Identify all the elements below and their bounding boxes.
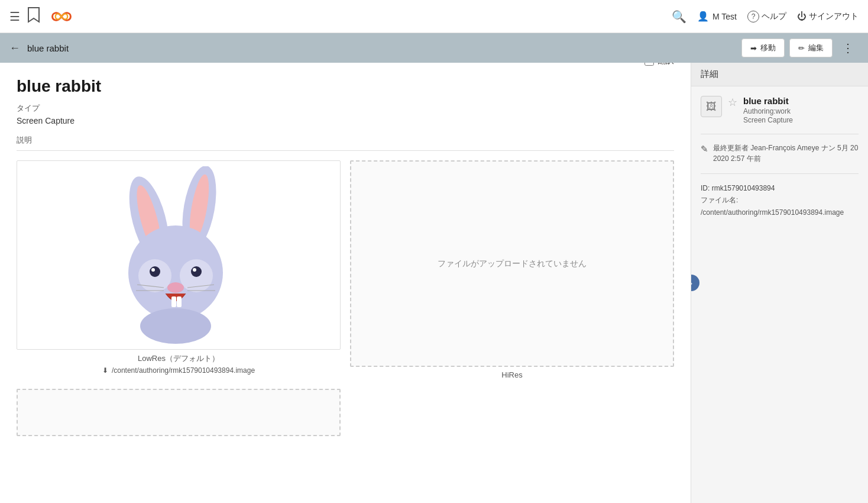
move-button[interactable]: ➡ 移動 — [741, 38, 785, 57]
svg-point-7 — [150, 266, 160, 277]
no-file-message: ファイルがアップロードされていません — [438, 256, 587, 271]
bookmark-icon[interactable] — [27, 7, 40, 26]
sidebar-item-sub1: Authoring:work — [743, 107, 859, 115]
sidebar-divider — [701, 134, 859, 134]
sidebar-item-title: blue rabbit — [743, 96, 859, 106]
search-icon[interactable]: 🔍 — [672, 9, 686, 24]
sidebar-divider-2 — [701, 173, 859, 174]
edit-pencil-icon: ✎ — [701, 144, 708, 154]
svg-point-10 — [193, 268, 196, 272]
svg-rect-12 — [171, 296, 176, 307]
sub-header: ← blue rabbit ➡ 移動 ✏ 編集 ⋮ — [0, 33, 868, 63]
download-icon: ⬇ — [102, 366, 108, 375]
user-icon: 👤 — [697, 11, 709, 22]
main-layout: blue rabbit 翻訳 タイプ Screen Capture 説明 — [0, 63, 868, 503]
hamburger-menu-icon[interactable]: ☰ — [9, 9, 20, 24]
meta-id: ID: rmk1579010493894 — [701, 182, 859, 194]
signout-label: サインアウト — [809, 11, 859, 22]
type-field-label: タイプ — [17, 103, 674, 114]
sidebar-thumbnail: 🖼 — [701, 96, 722, 117]
page-breadcrumb-title: blue rabbit — [27, 43, 734, 53]
more-options-button[interactable]: ⋮ — [837, 38, 859, 57]
sidebar-title-block: blue rabbit Authoring:work Screen Captur… — [743, 96, 859, 124]
svg-rect-13 — [177, 296, 182, 307]
top-navigation: ☰ 🔍 👤 M Test ? ヘルプ ⏻ サインアウト — [0, 0, 868, 33]
sidebar-update-row: ✎ 最終更新者 Jean-François Ameye ナン 5月 20 202… — [701, 143, 859, 164]
description-divider — [17, 150, 674, 151]
sidebar-meta: ID: rmk1579010493894 ファイル名: /content/aut… — [701, 182, 859, 218]
details-sidebar: › 詳細 🖼 ☆ blue rabbit Authoring:work Scre… — [691, 63, 868, 503]
lowres-image-card — [17, 160, 341, 350]
help-circle-icon: ? — [747, 11, 759, 22]
meta-filename: ファイル名: /content/authoring/rmk15790104938… — [701, 194, 859, 218]
help-label: ヘルプ — [762, 11, 786, 22]
user-menu[interactable]: 👤 M Test — [697, 11, 737, 22]
bunny-illustration — [96, 166, 261, 344]
translate-label: 翻訳 — [658, 63, 674, 66]
edit-button[interactable]: ✏ 編集 — [789, 38, 833, 57]
user-name: M Test — [712, 12, 737, 21]
sidebar-item-sub2: Screen Capture — [743, 116, 859, 124]
description-label: 説明 — [17, 135, 674, 146]
hires-caption: HiRes — [350, 370, 674, 379]
svg-point-11 — [167, 282, 184, 293]
sidebar-content: 🖼 ☆ blue rabbit Authoring:work Screen Ca… — [691, 86, 868, 228]
download-path: /content/authoring/rmk1579010493894.imag… — [112, 366, 255, 375]
download-link[interactable]: ⬇ /content/authoring/rmk1579010493894.im… — [17, 366, 341, 375]
lowres-caption: LowRes（デフォルト） — [17, 353, 341, 364]
translate-checkbox[interactable] — [644, 63, 654, 66]
signout-icon: ⏻ — [797, 11, 807, 22]
svg-point-9 — [151, 268, 155, 272]
app-logo — [47, 7, 76, 26]
type-field-value: Screen Capture — [17, 116, 674, 125]
sidebar-header: 詳細 — [691, 63, 868, 86]
image-thumb-icon: 🖼 — [706, 101, 717, 113]
image-cards-row: LowRes（デフォルト） ⬇ /content/authoring/rmk15… — [17, 160, 674, 382]
svg-point-8 — [191, 266, 202, 277]
back-button[interactable]: ← — [9, 42, 20, 54]
sidebar-item-row: 🖼 ☆ blue rabbit Authoring:work Screen Ca… — [701, 96, 859, 124]
pencil-icon: ✏ — [798, 44, 805, 53]
sidebar-update-text: 最終更新者 Jean-François Ameye ナン 5月 20 2020 … — [713, 143, 859, 164]
svg-point-18 — [140, 308, 211, 344]
content-area: blue rabbit 翻訳 タイプ Screen Capture 説明 — [0, 63, 691, 503]
sidebar-collapse-button[interactable]: › — [691, 275, 699, 291]
chevron-right-icon: › — [691, 279, 692, 288]
help-button[interactable]: ? ヘルプ — [747, 11, 786, 22]
hires-image-card: ファイルがアップロードされていません — [350, 160, 674, 367]
signout-button[interactable]: ⏻ サインアウト — [797, 11, 859, 22]
page-title: blue rabbit — [17, 77, 101, 96]
bottom-upload-box[interactable] — [17, 389, 341, 436]
move-arrow-icon: ➡ — [750, 44, 757, 53]
translate-row: 翻訳 — [644, 63, 674, 66]
star-icon[interactable]: ☆ — [728, 96, 737, 109]
